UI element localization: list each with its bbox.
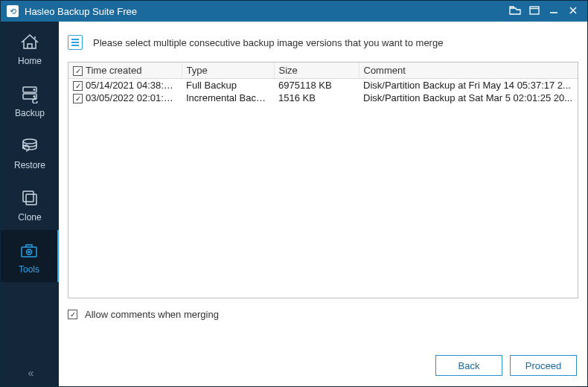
svg-rect-10 xyxy=(23,191,33,202)
cell-size: 6975118 KB xyxy=(274,79,359,92)
window-icon[interactable] xyxy=(525,5,544,17)
footer: Back Proceed xyxy=(59,346,587,386)
sidebar-item-label: Backup xyxy=(15,108,45,118)
svg-point-14 xyxy=(28,252,30,253)
row-checkbox[interactable] xyxy=(73,94,83,103)
proceed-button[interactable]: Proceed xyxy=(510,355,577,376)
col-header-label: Size xyxy=(279,65,298,76)
allow-comments-row[interactable]: Allow comments when merging xyxy=(59,298,587,320)
cell-type: Incremental Backup xyxy=(182,92,274,104)
allow-comments-label: Allow comments when merging xyxy=(85,309,219,320)
tools-icon xyxy=(18,240,40,260)
sidebar-item-clone[interactable]: Clone xyxy=(1,178,59,230)
backup-table[interactable]: Time created Type Size Comment 05/14/202… xyxy=(68,62,578,298)
col-header-time[interactable]: Time created xyxy=(68,63,182,79)
col-header-size[interactable]: Size xyxy=(274,63,359,79)
cell-value: 6975118 KB xyxy=(278,80,332,91)
app-title: Hasleo Backup Suite Free xyxy=(25,6,505,17)
row-checkbox[interactable] xyxy=(73,81,83,91)
cell-value: 03/05/2022 02:01:29 ... xyxy=(86,92,182,103)
back-button[interactable]: Back xyxy=(435,355,502,376)
cell-size: 1516 KB xyxy=(274,92,359,104)
cell-type: Full Backup xyxy=(182,79,274,92)
home-icon xyxy=(19,32,41,51)
cell-comment: Disk/Partition Backup at Sat Mar 5 02:01… xyxy=(359,92,578,104)
app-window: ⟲ Hasleo Backup Suite Free Home xyxy=(0,0,588,387)
restore-icon xyxy=(19,136,41,156)
app-icon: ⟲ xyxy=(7,5,19,17)
svg-point-7 xyxy=(33,89,35,91)
titlebar[interactable]: ⟲ Hasleo Backup Suite Free xyxy=(1,1,587,22)
cell-value: Disk/Partition Backup at Sat Mar 5 02:01… xyxy=(363,92,572,103)
list-icon xyxy=(68,35,83,50)
collapse-sidebar-icon[interactable]: « xyxy=(1,361,59,386)
table-row[interactable]: 05/14/2021 04:38:59 ... Full Backup 6975… xyxy=(68,79,578,92)
sidebar: Home Backup Restore Clone xyxy=(1,22,59,386)
sidebar-item-label: Tools xyxy=(19,264,39,275)
instruction-row: Please select multiple consecutive backu… xyxy=(59,22,587,62)
col-header-comment[interactable]: Comment xyxy=(359,63,578,79)
allow-comments-checkbox[interactable] xyxy=(68,310,77,319)
sidebar-item-restore[interactable]: Restore xyxy=(1,126,59,178)
sidebar-item-backup[interactable]: Backup xyxy=(1,74,59,126)
svg-point-8 xyxy=(33,96,35,97)
table-header-row[interactable]: Time created Type Size Comment xyxy=(68,63,578,79)
cell-value: Incremental Backup xyxy=(186,92,272,103)
main-panel: Please select multiple consecutive backu… xyxy=(59,22,587,386)
backup-icon xyxy=(19,84,41,103)
svg-rect-12 xyxy=(22,247,36,257)
table-row[interactable]: 03/05/2022 02:01:29 ... Incremental Back… xyxy=(68,92,578,104)
cell-time[interactable]: 05/14/2021 04:38:59 ... xyxy=(68,79,182,92)
svg-rect-11 xyxy=(26,194,36,205)
svg-point-13 xyxy=(27,249,32,255)
sidebar-item-label: Restore xyxy=(14,160,45,170)
col-header-label: Comment xyxy=(364,65,406,76)
cell-value: Disk/Partition Backup at Fri May 14 05:3… xyxy=(363,80,571,91)
cell-comment: Disk/Partition Backup at Fri May 14 05:3… xyxy=(359,79,578,92)
body: Home Backup Restore Clone xyxy=(1,22,587,386)
close-icon[interactable] xyxy=(563,5,583,18)
cell-value: 05/14/2021 04:38:59 ... xyxy=(86,80,182,91)
cell-time[interactable]: 03/05/2022 02:01:29 ... xyxy=(68,92,182,104)
svg-point-9 xyxy=(23,139,36,144)
cell-value: 1516 KB xyxy=(278,92,316,103)
sidebar-item-tools[interactable]: Tools xyxy=(1,230,59,282)
cell-value: Full Backup xyxy=(186,80,237,91)
sidebar-item-home[interactable]: Home xyxy=(1,22,59,74)
col-header-label: Type xyxy=(187,65,208,76)
clone-icon xyxy=(19,188,41,208)
minimize-icon[interactable] xyxy=(544,5,563,18)
select-all-checkbox[interactable] xyxy=(73,66,83,76)
sidebar-item-label: Home xyxy=(18,56,42,66)
col-header-type[interactable]: Type xyxy=(182,63,274,79)
col-header-label: Time created xyxy=(86,65,141,76)
instruction-text: Please select multiple consecutive backu… xyxy=(93,37,443,48)
open-icon[interactable] xyxy=(505,5,525,18)
svg-rect-0 xyxy=(530,7,539,14)
sidebar-item-label: Clone xyxy=(18,212,41,223)
